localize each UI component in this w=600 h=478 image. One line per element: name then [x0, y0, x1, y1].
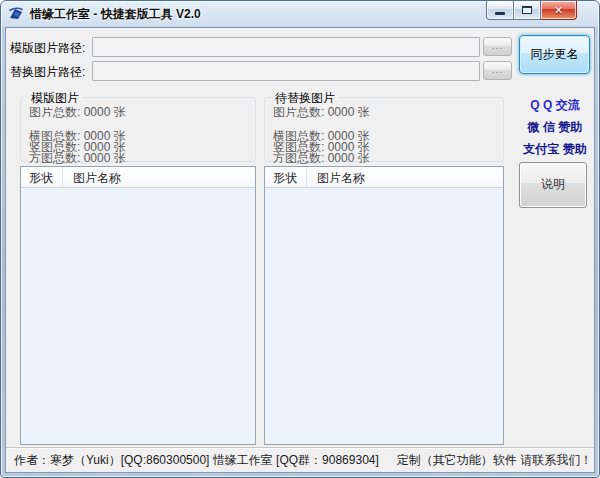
stat-square-images: 方图总数: 0000 张 — [273, 153, 503, 164]
replace-images-groupbox: 待替换图片 图片总数: 0000 张 横图总数: 0000 张 竖图总数: 00… — [264, 97, 504, 162]
template-images-group-title: 模版图片 — [27, 90, 83, 107]
maximize-icon — [522, 6, 532, 14]
list-header: 形状 图片名称 — [21, 167, 255, 188]
title-bar[interactable]: 惜缘工作室 - 快捷套版工具 V2.0 ✕ — [1, 1, 599, 27]
template-path-browse-button[interactable]: ... — [483, 37, 512, 56]
template-images-stats: 图片总数: 0000 张 横图总数: 0000 张 竖图总数: 0000 张 方… — [21, 98, 255, 164]
replace-images-list-body[interactable] — [265, 188, 503, 444]
template-images-list-body[interactable] — [21, 188, 255, 444]
template-images-groupbox: 模版图片 图片总数: 0000 张 横图总数: 0000 张 竖图总数: 000… — [20, 97, 256, 162]
list-header: 形状 图片名称 — [265, 167, 503, 188]
window-title: 惜缘工作室 - 快捷套版工具 V2.0 — [30, 6, 201, 23]
template-path-input[interactable] — [92, 37, 480, 57]
column-header-image-name[interactable]: 图片名称 — [63, 167, 255, 187]
close-button[interactable]: ✕ — [541, 1, 577, 20]
column-header-image-name[interactable]: 图片名称 — [307, 167, 503, 187]
app-window: 惜缘工作室 - 快捷套版工具 V2.0 ✕ 模版图片路径: ... 替换图片路径… — [0, 0, 600, 478]
replace-path-browse-button[interactable]: ... — [483, 61, 512, 80]
sidebar-links: Q Q 交流 微 信 赞助 支付宝 赞助 — [512, 94, 598, 160]
column-header-shape[interactable]: 形状 — [21, 167, 63, 187]
stat-square-images: 方图总数: 0000 张 — [29, 153, 255, 164]
replace-path-input[interactable] — [92, 61, 480, 81]
app-icon — [8, 6, 24, 22]
replace-images-stats: 图片总数: 0000 张 横图总数: 0000 张 竖图总数: 0000 张 方… — [265, 98, 503, 164]
replace-images-list[interactable]: 形状 图片名称 — [264, 166, 504, 445]
help-button[interactable]: 说明 — [519, 162, 587, 208]
status-contact-text: 定制（其它功能）软件 请联系我们！ — [397, 452, 592, 469]
client-area: 模版图片路径: ... 替换图片路径: ... 同步更名 模版图片 图片总数: … — [5, 27, 595, 473]
status-bar: 作者：寒梦（Yuki）[QQ:860300500] 惜缘工作室 [QQ群：908… — [6, 447, 594, 472]
qq-contact-link[interactable]: Q Q 交流 — [512, 94, 598, 116]
wechat-donate-link[interactable]: 微 信 赞助 — [512, 116, 598, 138]
template-path-label: 模版图片路径: — [10, 40, 85, 57]
minimize-button[interactable] — [486, 1, 514, 20]
window-controls: ✕ — [486, 1, 577, 20]
close-icon: ✕ — [554, 2, 563, 19]
maximize-button[interactable] — [514, 1, 541, 20]
status-author-text: 作者：寒梦（Yuki）[QQ:860300500] 惜缘工作室 [QQ群：908… — [14, 452, 379, 469]
template-images-list[interactable]: 形状 图片名称 — [20, 166, 256, 445]
alipay-donate-link[interactable]: 支付宝 赞助 — [512, 138, 598, 160]
minimize-icon — [495, 12, 505, 15]
replace-images-group-title: 待替换图片 — [271, 90, 339, 107]
replace-path-label: 替换图片路径: — [10, 64, 85, 81]
column-header-shape[interactable]: 形状 — [265, 167, 307, 187]
sync-rename-button[interactable]: 同步更名 — [519, 35, 590, 74]
